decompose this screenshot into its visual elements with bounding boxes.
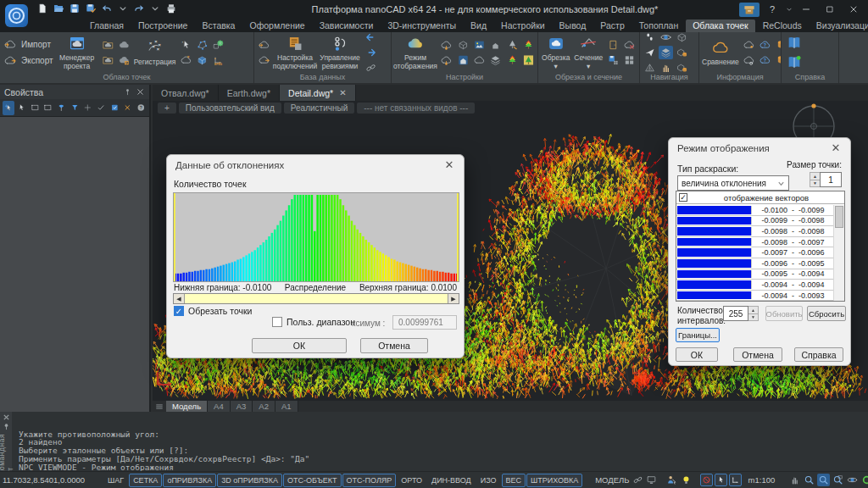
viewport-control-add-view[interactable]: + (158, 103, 176, 114)
interval-row[interactable]: -0.0094 - -0.0094 (676, 280, 833, 291)
status-toggle-otrack-polar[interactable]: ОТС-ПОЛЯР (342, 474, 397, 487)
properties-tool-select[interactable] (16, 101, 28, 115)
document-tab-earth[interactable]: Earth.dwg*✕ (219, 85, 280, 101)
ribbon-button-walk[interactable] (643, 32, 657, 44)
status-icon-regen[interactable] (860, 474, 868, 486)
ribbon-button-view-cube[interactable] (675, 32, 689, 44)
qat-new-document[interactable] (36, 2, 49, 15)
annotation-scale[interactable]: m1:100 (748, 475, 776, 485)
status-toggle-hatch[interactable]: ШТРИХОВКА (526, 474, 582, 487)
user-range-checkbox[interactable]: Польз. диапазон (272, 317, 355, 327)
maximize-button[interactable] (819, 1, 841, 18)
status-icon-lighting[interactable] (680, 474, 693, 486)
status-icon-ucs-indicator[interactable] (729, 474, 742, 486)
interval-row[interactable]: -0.0099 - -0.0098 (676, 216, 833, 227)
ribbon-button-cloud-info-point[interactable] (742, 38, 756, 52)
interval-row[interactable]: -0.0098 - -0.0098 (676, 226, 833, 237)
pin-icon[interactable] (123, 87, 132, 97)
ribbon-button-open-in-folder[interactable] (101, 38, 115, 52)
ribbon-button-cloud-point-down[interactable] (439, 53, 453, 67)
interval-row[interactable]: -0.0095 - -0.0094 (676, 269, 833, 280)
document-tab-otval[interactable]: Отвал.dwg*✕ (153, 85, 219, 101)
ok-button[interactable]: ОК (252, 338, 347, 353)
viewport-control-view-name[interactable]: Пользовательский вид (179, 103, 281, 114)
help-button[interactable]: Справка (794, 347, 843, 362)
interval-row[interactable]: -0.0096 - -0.0095 (676, 258, 833, 269)
whats-new-button[interactable] (739, 3, 760, 17)
status-icon-clean-screen[interactable] (645, 474, 658, 486)
status-toggle-otrack-object[interactable]: ОТС-ОБЪЕКТ (283, 474, 341, 487)
status-toggle-step[interactable]: ШАГ (103, 474, 128, 487)
ribbon-button-fly[interactable] (643, 46, 657, 59)
ribbon-button-sync-in[interactable] (364, 32, 378, 44)
ribbon-tab-annotate[interactable]: Оформление (242, 19, 311, 32)
interval-row[interactable]: -0.0098 - -0.0097 (676, 237, 833, 248)
ribbon-button-cloud-upload[interactable] (257, 38, 271, 52)
minimize-button[interactable] (795, 1, 817, 18)
status-icon-autosnap-indicator[interactable] (700, 474, 713, 486)
ribbon-button-export[interactable]: Экспорт (3, 54, 53, 67)
checkbox-checked-icon[interactable]: ✓ (679, 193, 687, 202)
properties-tool-help[interactable]: ? (135, 101, 147, 115)
ribbon-button-reg-cube[interactable] (195, 53, 209, 67)
pin-icon[interactable] (3, 423, 10, 430)
ribbon-button-cloud-info-area[interactable] (742, 53, 756, 67)
clip-points-checkbox[interactable]: ✓ Обрезать точки (174, 306, 252, 316)
properties-tool-select-add[interactable] (3, 101, 14, 115)
status-icon-pan[interactable] (788, 474, 801, 486)
status-toggle-osnap-3d[interactable]: 3D оПРИВЯЗКА (217, 474, 282, 487)
ribbon-button-cloud-point-up[interactable] (439, 38, 453, 52)
close-icon[interactable] (3, 413, 10, 421)
ribbon-button-view-image[interactable] (472, 38, 487, 52)
close-tab-icon[interactable]: ✕ (339, 88, 346, 97)
ribbon-button-cloud-query-2[interactable]: ? (758, 53, 772, 67)
ok-button[interactable]: ОК (676, 347, 718, 362)
chevron-down-icon[interactable] (785, 5, 793, 14)
cancel-button[interactable]: Отмена (733, 347, 782, 362)
vectors-header-row[interactable]: ✓ отображение векторов (676, 191, 844, 204)
ribbon-button-house-outside[interactable] (456, 53, 470, 67)
dialog-title-bar[interactable]: Режим отображения ✕ (669, 138, 850, 158)
status-icon-selection-settings[interactable] (665, 474, 678, 486)
ribbon-button-cloud-unregister[interactable]: × (179, 53, 193, 67)
point-size-stepper[interactable]: ▲▼ 1 (810, 172, 842, 187)
ribbon-tab-topoplan[interactable]: Топоплан (632, 19, 685, 32)
ribbon-button-view-store[interactable] (675, 46, 689, 59)
sheet-tab-a1[interactable]: А1 (275, 401, 298, 412)
ribbon-button-pick-reg-points[interactable]: × (179, 38, 193, 52)
properties-tool-selection-filter[interactable] (69, 101, 81, 115)
ribbon-button-import[interactable]: Импорт (3, 38, 53, 51)
ribbon-button-surface-view[interactable] (643, 61, 657, 73)
interval-row[interactable]: -0.0097 - -0.0096 (676, 247, 833, 258)
ribbon-button-overlays[interactable] (488, 53, 503, 67)
ribbon-button-save-to-folder[interactable] (101, 53, 115, 67)
ribbon-button-cloud-query[interactable]: ? (758, 38, 772, 52)
intervals-count-stepper[interactable]: 255 ▲▼ (723, 306, 759, 321)
qat-save[interactable] (68, 2, 81, 15)
properties-tool-cycle-selection[interactable] (56, 101, 68, 115)
ribbon-tab-draw[interactable]: Построение (131, 19, 194, 32)
ribbon-button-help-online[interactable] (784, 53, 804, 71)
ribbon-button-house-inside[interactable] (488, 38, 503, 52)
ribbon-tab-settings[interactable]: Настройки (494, 19, 552, 32)
slider-track[interactable] (185, 294, 448, 303)
range-slider[interactable]: ◀ ▶ (173, 293, 459, 304)
status-icon-cursor-mode[interactable] (715, 474, 727, 486)
status-icon-zoom-window[interactable] (817, 474, 830, 486)
scrollbar-thumb[interactable] (835, 206, 843, 228)
ribbon-button-compare[interactable]: Сравнение (702, 38, 739, 66)
viewport-control-linked-views[interactable]: --- нет связанных видов --- (357, 103, 475, 114)
ribbon-button-geo-position[interactable] (211, 38, 225, 52)
status-icon-viewport-link[interactable] (632, 474, 644, 486)
ribbon-button-connection-settings[interactable]: Настройка подключений (274, 34, 316, 70)
qat-redo-history[interactable] (148, 2, 162, 15)
close-icon[interactable] (136, 87, 145, 97)
ribbon-button-crop-outside[interactable] (606, 38, 620, 52)
close-icon[interactable]: ✕ (830, 142, 842, 154)
slider-left-arrow-icon[interactable]: ◀ (174, 294, 185, 303)
ribbon-button-display-mode[interactable]: Режим отображения (394, 34, 437, 70)
model-space-label[interactable]: МОДЕЛЬ (595, 475, 629, 485)
spin-up-icon[interactable]: ▲ (748, 307, 758, 314)
ribbon-tab-insert[interactable]: Вставка (195, 19, 242, 32)
command-history[interactable]: Укажите противоположный угол:2 найденоВы… (12, 412, 868, 471)
